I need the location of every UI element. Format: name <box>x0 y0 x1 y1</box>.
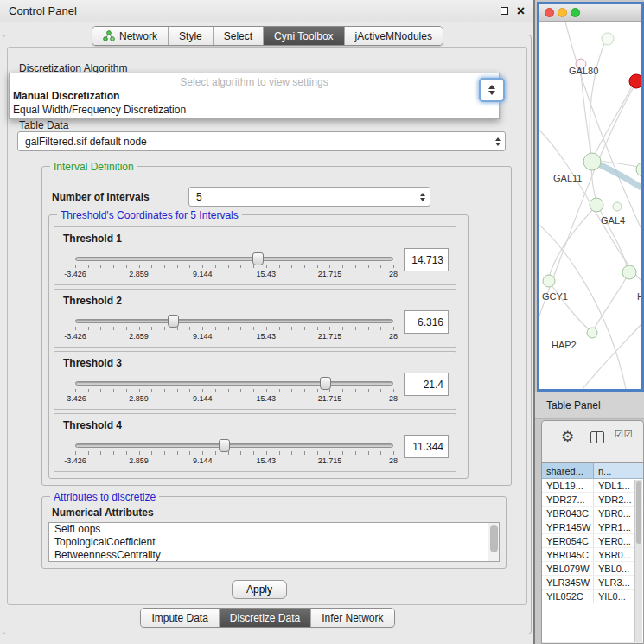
node-label-hap2[interactable]: HAP2 <box>552 340 577 350</box>
slider-tick-labels: -3.426 2.859 9.144 15.43 21.715 28 <box>75 332 393 342</box>
table-header-row: shared... n... <box>542 462 643 479</box>
slider-tick-marks <box>75 389 394 392</box>
attribute-item[interactable]: TopologicalCoefficient <box>49 536 499 549</box>
slider-tick-labels: -3.426 2.859 9.144 15.43 21.715 28 <box>75 270 393 280</box>
slider-tick-labels: -3.426 2.859 9.144 15.43 21.715 28 <box>75 394 393 405</box>
table-toolbar: ⚙ ☑☑ <box>542 421 643 462</box>
slider-tick-labels: -3.426 2.859 9.144 15.43 21.715 28 <box>75 456 393 467</box>
threshold-2-label: Threshold 2 <box>63 295 122 307</box>
scrollbar-thumb[interactable] <box>636 481 641 544</box>
table-row[interactable]: YBL079WYBL0... <box>542 562 643 576</box>
slider-tick-marks <box>75 265 394 268</box>
table-row[interactable]: YIL052CYIL0... <box>542 590 643 603</box>
slider-thumb[interactable] <box>252 252 264 265</box>
network-window-titlebar <box>539 4 641 22</box>
column-header-shared-name[interactable]: shared... <box>542 463 594 478</box>
columns-icon[interactable] <box>590 431 604 443</box>
attributes-listbox: SelfLoops TopologicalCoefficient Between… <box>48 522 500 562</box>
float-window-icon[interactable] <box>501 7 508 15</box>
tab-network[interactable]: Network <box>92 27 169 45</box>
dropdown-option-manual-discretization[interactable]: Manual Discretization <box>10 89 499 103</box>
tab-network-label: Network <box>119 30 157 42</box>
number-of-intervals-combobox[interactable]: 5 <box>188 187 430 207</box>
slider-thumb[interactable] <box>219 439 230 452</box>
attributes-scrollbar[interactable] <box>488 523 499 561</box>
threshold-3-panel: Threshold 3 -3.426 2.859 9.144 15.43 21.… <box>54 351 456 410</box>
bottom-tab-bar: Impute Data Discretize Data Infer Networ… <box>0 608 535 628</box>
tab-cyni-toolbox[interactable]: Cyni Toolbox <box>264 27 344 45</box>
threshold-3-slider[interactable] <box>75 381 393 386</box>
table-data-combobox[interactable]: galFiltered.sif default node <box>17 131 506 151</box>
control-panel-window: Control Panel × Network Style Select Cyn… <box>0 0 535 644</box>
threshold-2-panel: Threshold 2 -3.426 2.859 9.144 15.43 21.… <box>54 289 456 348</box>
threshold-2-value-field[interactable]: 6.316 <box>404 310 449 334</box>
tab-infer-network[interactable]: Infer Network <box>311 609 393 627</box>
tab-jactivemnodules[interactable]: jActiveMNodules <box>345 27 443 45</box>
table-row[interactable]: YDR27...YDR2... <box>542 493 643 507</box>
column-header-name[interactable]: n... <box>594 463 643 478</box>
window-title: Control Panel <box>9 4 501 17</box>
threshold-4-panel: Threshold 4 -3.426 2.859 9.144 15.43 21.… <box>54 413 456 472</box>
table-row[interactable]: YPR145WYPR1... <box>542 520 643 534</box>
tab-select[interactable]: Select <box>214 27 264 45</box>
table-panel: ⚙ ☑☑ shared... n... YDL19...YDL1... YDR2… <box>541 420 644 644</box>
threshold-1-panel: Threshold 1 -3.426 2.859 9.144 15.43 21.… <box>54 226 456 285</box>
close-icon[interactable]: × <box>517 4 525 18</box>
interval-definition-title: Interval Definition <box>50 161 137 173</box>
threshold-1-label: Threshold 1 <box>63 233 122 245</box>
table-row[interactable]: YLR345WYLR3... <box>542 576 643 590</box>
algorithm-dropdown-popup: Select algorithm to view settings Manual… <box>9 73 500 119</box>
threshold-2-slider[interactable] <box>75 319 393 323</box>
table-row[interactable]: YBR043CYBR0... <box>542 507 643 520</box>
threshold-4-slider[interactable] <box>75 443 393 448</box>
network-edges <box>539 22 641 389</box>
apply-button[interactable]: Apply <box>232 580 287 599</box>
node-label-partial[interactable]: H <box>637 291 641 302</box>
attributes-group-title: Attributes to discretize <box>50 491 159 503</box>
control-panel-titlebar: Control Panel × <box>0 0 533 22</box>
table-scrollbar[interactable] <box>634 480 642 642</box>
close-traffic-icon[interactable] <box>545 8 554 17</box>
tab-discretize-data[interactable]: Discretize Data <box>220 609 311 627</box>
arrow-down-icon <box>488 91 495 95</box>
combo-arrows-icon <box>420 193 430 201</box>
threshold-4-value-field[interactable]: 11.344 <box>404 435 449 458</box>
table-row[interactable]: YBR045CYBR0... <box>542 548 643 562</box>
node-label-gal11[interactable]: GAL11 <box>553 173 582 183</box>
threshold-1-slider[interactable] <box>75 257 393 261</box>
gear-icon[interactable]: ⚙ <box>561 428 574 446</box>
slider-thumb[interactable] <box>320 377 331 390</box>
table-data-value: galFiltered.sif default node <box>25 136 147 148</box>
table-row[interactable]: YER054CYER0... <box>542 534 643 548</box>
node-label-gal80[interactable]: GAL80 <box>569 66 598 76</box>
arrow-up-icon <box>488 85 495 89</box>
scrollbar-thumb[interactable] <box>490 525 498 552</box>
algorithm-combo-arrows[interactable] <box>479 78 505 102</box>
network-canvas[interactable]: GAL80 GAL11 GAL4 GCY1 HAP2 H <box>539 22 641 389</box>
table-panel-titlebar: Table Panel <box>535 392 644 419</box>
toolbox-tab-bar: Network Style Select Cyni Toolbox jActiv… <box>0 26 535 46</box>
node-label-gal4[interactable]: GAL4 <box>601 215 625 226</box>
zoom-traffic-icon[interactable] <box>571 8 580 17</box>
node-label-gcy1[interactable]: GCY1 <box>542 291 568 302</box>
number-of-intervals-value: 5 <box>196 191 202 203</box>
select-checkboxes-icon[interactable]: ☑☑ <box>615 430 634 438</box>
table-rows: YDL19...YDL1... YDR27...YDR2... YBR043CY… <box>542 479 643 642</box>
attribute-item[interactable]: SelfLoops <box>49 523 499 536</box>
threshold-1-value-field[interactable]: 14.713 <box>404 248 449 271</box>
dropdown-option-equal-width[interactable]: Equal Width/Frequency Discretization <box>10 103 499 117</box>
number-of-intervals-label: Number of Intervals <box>52 191 150 203</box>
threshold-3-value-field[interactable]: 21.4 <box>404 373 449 396</box>
network-view-window[interactable]: GAL80 GAL11 GAL4 GCY1 HAP2 H <box>537 2 644 392</box>
dropdown-hint: Select algorithm to view settings <box>10 75 499 89</box>
tab-impute-data[interactable]: Impute Data <box>141 609 219 627</box>
network-icon <box>103 30 115 41</box>
slider-thumb[interactable] <box>168 315 179 328</box>
table-row[interactable]: YDL19...YDL1... <box>542 479 643 493</box>
slider-tick-marks <box>75 451 394 455</box>
attribute-item[interactable]: BetweennessCentrality <box>49 549 499 562</box>
tab-style[interactable]: Style <box>169 27 214 45</box>
combo-arrows-icon <box>495 137 505 146</box>
numerical-attributes-label: Numerical Attributes <box>52 507 154 519</box>
minimize-traffic-icon[interactable] <box>558 8 567 17</box>
